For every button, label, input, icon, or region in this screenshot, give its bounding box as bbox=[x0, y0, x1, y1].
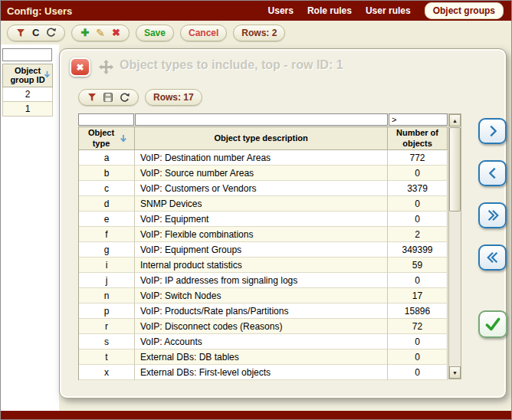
table-row[interactable]: aVoIP: Destination number Areas772 bbox=[79, 150, 448, 166]
table-row[interactable]: cVoIP: Customers or Vendors3379 bbox=[79, 181, 448, 196]
column-header-count[interactable]: Number of objects bbox=[388, 127, 448, 150]
clear-filter-button[interactable]: C bbox=[31, 28, 40, 38]
table-row[interactable]: nVoIP: Switch Nodes17 bbox=[79, 288, 448, 304]
description-cell: VoIP: Switch Nodes bbox=[135, 288, 388, 304]
table-row[interactable]: sVoIP: Accounts0 bbox=[79, 334, 448, 349]
description-cell: VoIP: Products/Rate plans/Partitions bbox=[135, 304, 388, 319]
table-scrollbar[interactable]: ▲ ▼ bbox=[448, 113, 461, 379]
floppy-disk-icon bbox=[103, 93, 113, 102]
object-type-cell: f bbox=[79, 227, 135, 242]
description-cell: VoIP: Equipment bbox=[135, 212, 388, 227]
table-row[interactable]: gVoIP: Equipment Groups349399 bbox=[79, 242, 448, 258]
move-all-right-button[interactable] bbox=[478, 202, 507, 228]
count-cell: 0 bbox=[388, 365, 448, 380]
filter-icon bbox=[16, 28, 25, 38]
move-right-button[interactable] bbox=[478, 118, 507, 144]
move-left-button[interactable] bbox=[478, 160, 507, 186]
table-row[interactable]: 2 bbox=[2, 87, 53, 102]
column-header-label: Number of objects bbox=[394, 128, 441, 148]
tab-users[interactable]: Users bbox=[268, 5, 294, 16]
description-cell: VoIP: Source number Areas bbox=[135, 166, 388, 181]
table-row[interactable]: bVoIP: Source number Areas0 bbox=[79, 166, 448, 181]
column-header-description[interactable]: Object type description bbox=[135, 127, 388, 150]
description-cell: External DBs: DB tables bbox=[135, 349, 388, 365]
table-row[interactable]: 1 bbox=[2, 102, 53, 116]
filter-tools-group: C bbox=[7, 25, 65, 41]
tab-object-groups[interactable]: Object groups bbox=[425, 2, 504, 19]
tab-user-rules[interactable]: User rules bbox=[366, 5, 411, 16]
move-icon bbox=[98, 59, 114, 75]
filter-count-input[interactable] bbox=[389, 113, 448, 126]
description-cell: Internal product statistics bbox=[135, 258, 388, 273]
column-header-object-type[interactable]: Object type bbox=[79, 127, 135, 150]
double-chevron-right-icon bbox=[486, 208, 500, 222]
page-title: Config: Users bbox=[7, 5, 72, 17]
object-type-cell: j bbox=[79, 273, 135, 288]
object-type-cell: s bbox=[79, 334, 135, 349]
column-header-object-group-id[interactable]: Object group ID bbox=[2, 64, 53, 87]
checkmark-icon bbox=[484, 316, 501, 333]
transfer-buttons bbox=[478, 118, 507, 271]
scroll-up-button[interactable]: ▲ bbox=[449, 114, 461, 126]
scroll-thumb[interactable] bbox=[449, 127, 461, 212]
table-row[interactable]: tExternal DBs: DB tables0 bbox=[79, 349, 448, 365]
description-cell: VoIP: Customers or Vendors bbox=[135, 181, 388, 196]
table-row[interactable]: rVoIP: Disconnect codes (Reasons)72 bbox=[79, 319, 448, 334]
edit-tools-group: ✚ ✎ ✖ bbox=[71, 25, 130, 41]
rows-count-badge: Rows: 2 bbox=[233, 25, 285, 41]
description-cell: VoIP: IP addresses from signaling logs bbox=[135, 273, 388, 288]
refresh-icon bbox=[120, 93, 130, 103]
refresh-button[interactable] bbox=[45, 28, 57, 38]
table-row[interactable]: pVoIP: Products/Rate plans/Partitions158… bbox=[79, 304, 448, 319]
app-window: Config: Users Users Role rules User rule… bbox=[0, 0, 512, 420]
object-type-cell: p bbox=[79, 304, 135, 319]
filter-object-type-input[interactable] bbox=[78, 113, 134, 126]
table-header-row: Object type Object type description Numb… bbox=[79, 127, 448, 150]
delete-button[interactable]: ✖ bbox=[111, 28, 121, 38]
filter-row bbox=[78, 113, 448, 126]
group-filter-input[interactable] bbox=[2, 48, 52, 61]
dialog-filter-button[interactable] bbox=[87, 93, 97, 102]
edit-button[interactable]: ✎ bbox=[95, 28, 106, 38]
object-type-cell: d bbox=[79, 196, 135, 212]
count-cell: 0 bbox=[388, 196, 448, 212]
dialog-refresh-button[interactable] bbox=[119, 93, 130, 103]
filter-icon bbox=[87, 93, 97, 102]
dialog-tools-group bbox=[78, 89, 139, 106]
count-cell: 17 bbox=[388, 288, 448, 304]
table-row[interactable]: eVoIP: Equipment0 bbox=[79, 212, 448, 227]
object-type-cell: b bbox=[79, 166, 135, 181]
scroll-down-button[interactable]: ▼ bbox=[449, 366, 461, 379]
dialog-rows-badge: Rows: 17 bbox=[145, 89, 202, 106]
table-row[interactable]: iInternal product statistics59 bbox=[79, 258, 448, 273]
move-all-left-button[interactable] bbox=[478, 244, 507, 271]
sort-icon bbox=[43, 71, 51, 79]
cancel-button[interactable]: Cancel bbox=[180, 25, 227, 41]
close-button[interactable]: ✖ bbox=[70, 57, 90, 77]
save-button[interactable]: Save bbox=[136, 25, 174, 41]
double-chevron-left-icon bbox=[486, 251, 500, 264]
tab-role-rules[interactable]: Role rules bbox=[307, 5, 352, 16]
count-cell: 0 bbox=[388, 349, 448, 365]
table-row[interactable]: xExternal DBs: First-level objects0 bbox=[79, 365, 448, 380]
object-groups-table: Object group ID 2 1 bbox=[1, 44, 59, 412]
dialog-toolbar: Rows: 17 bbox=[78, 89, 202, 106]
main-toolbar: C ✚ ✎ ✖ Save Cancel Rows: 2 bbox=[1, 21, 511, 44]
filter-button[interactable] bbox=[15, 28, 26, 38]
object-types-dialog: ✖ Object types to include, top - row ID:… bbox=[59, 48, 507, 399]
object-types-table-body: aVoIP: Destination number Areas772bVoIP:… bbox=[79, 150, 448, 380]
count-cell: 72 bbox=[388, 319, 448, 334]
object-type-cell: c bbox=[79, 181, 135, 196]
confirm-button[interactable] bbox=[478, 310, 507, 338]
dialog-save-button[interactable] bbox=[103, 93, 113, 102]
add-button[interactable]: ✚ bbox=[80, 28, 90, 38]
table-row[interactable]: jVoIP: IP addresses from signaling logs0 bbox=[79, 273, 448, 288]
table-row[interactable]: fVoIP: Flexible combinations2 bbox=[79, 227, 448, 242]
chevron-left-icon bbox=[486, 166, 500, 180]
dialog-title: Object types to include, top - row ID: 1 bbox=[120, 58, 343, 72]
filter-description-input[interactable] bbox=[135, 113, 388, 126]
top-header-bar: Config: Users Users Role rules User rule… bbox=[1, 1, 511, 21]
move-handle[interactable] bbox=[98, 59, 114, 75]
description-cell: VoIP: Equipment Groups bbox=[135, 242, 388, 258]
table-row[interactable]: dSNMP Devices0 bbox=[79, 196, 448, 212]
